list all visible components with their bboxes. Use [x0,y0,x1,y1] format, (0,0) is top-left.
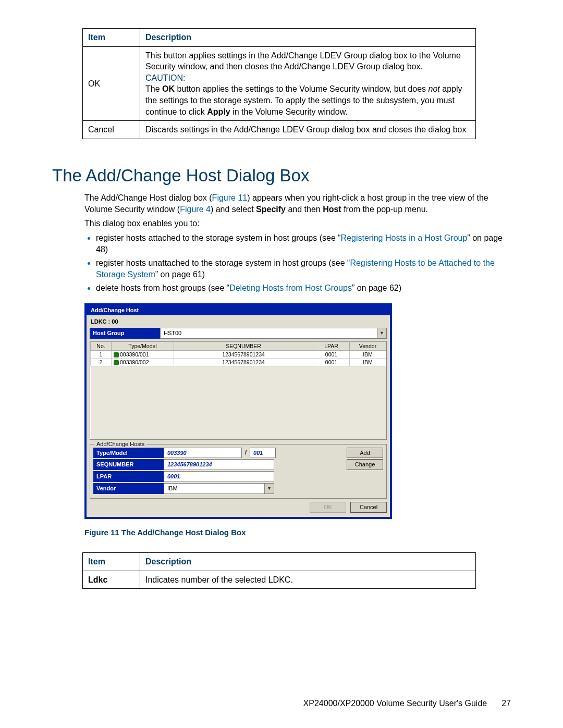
section-body: The Add/Change Host dialog box (Figure 1… [84,192,511,294]
page-number: 27 [501,699,511,708]
cell-item: OK [83,46,140,121]
table-ldkc: Item Description Ldkc Indicates number o… [82,552,476,589]
lpar-input[interactable]: 0001 [164,471,274,482]
col-item: Item [83,553,140,571]
cancel-button[interactable]: Cancel [350,502,387,513]
dialog-title: Add/Change Host [87,305,390,315]
link-deleting-hosts[interactable]: Deleting Hosts from Host Groups [229,283,352,292]
vendor-combo[interactable]: IBM [164,483,274,494]
col-type: Type/Model [112,341,174,350]
col-no: No. [91,341,112,350]
type-model-input-b[interactable]: 001 [250,448,276,459]
col-lpar: LPAR [313,341,350,350]
seqnumber-input[interactable]: 12345678901234 [164,459,274,470]
table-row: Ldkc Indicates number of the selected LD… [83,571,476,589]
list-item: register hosts attached to the storage s… [96,232,511,255]
host-icon [114,352,119,357]
type-model-input-a[interactable]: 003390 [164,448,242,459]
cell-item: Cancel [83,121,140,139]
table-row[interactable]: 1 003390/001 12345678901234 0001 IBM [91,350,386,358]
cell-desc: Indicates number of the selected LDKC. [140,571,476,589]
table-row[interactable]: 2 003390/002 12345678901234 0001 IBM [91,358,386,366]
add-button[interactable]: Add [347,448,383,459]
col-desc: Description [140,553,476,571]
table-row: Cancel Discards settings in the Add/Chan… [83,121,476,139]
list-item: delete hosts from host groups (see “Dele… [96,282,511,294]
host-icon [114,360,119,365]
add-change-host-dialog: Add/Change Host LDKC : 00 Host Group HST… [84,303,392,519]
table-row: OK This button applies settings in the A… [83,46,476,121]
list-item: register hosts unattached to the storage… [96,257,511,280]
page-footer: XP24000/XP20000 Volume Security User's G… [303,698,511,709]
hostgroup-label: Host Group [90,328,160,339]
col-desc: Description [140,29,476,47]
lpar-label: LPAR [93,471,164,482]
caution-label: CAUTION: [145,73,185,82]
chevron-down-icon[interactable] [377,328,386,338]
change-button[interactable]: Change [347,459,383,470]
type-model-label: Type/Model [93,448,164,459]
col-seq: SEQNUMBER [174,341,313,350]
cell-desc: Discards settings in the Add/Change LDEV… [140,121,476,139]
host-table[interactable]: No. Type/Model SEQNUMBER LPAR Vendor 1 0… [90,341,387,440]
seqnumber-label: SEQNUMBER [93,459,164,470]
figure-caption: Figure 11 The Add/Change Host Dialog Box [84,527,511,538]
fieldset-legend: Add/Change Hosts [94,440,146,448]
cell-desc: This button applies settings in the Add/… [140,46,476,121]
add-change-hosts-fieldset: Add/Change Hosts Type/Model 003390 / 001… [90,444,387,499]
ok-button: OK [310,502,346,513]
slash-separator: / [242,448,250,459]
vendor-label: Vendor [93,483,164,494]
section-heading: The Add/Change Host Dialog Box [52,164,511,188]
chevron-down-icon[interactable] [264,484,274,493]
col-item: Item [83,29,140,47]
col-vendor: Vendor [350,341,386,350]
ldkc-label: LDKC : 00 [91,318,387,326]
hostgroup-combo[interactable]: HST00 [160,328,387,339]
table-ok-cancel: Item Description OK This button applies … [82,28,476,139]
cell-item: Ldkc [83,571,140,589]
link-figure-4[interactable]: Figure 4 [180,205,211,214]
link-figure-11[interactable]: Figure 11 [212,193,248,202]
link-registering-hosts[interactable]: Registering Hosts in a Host Group [341,233,468,242]
